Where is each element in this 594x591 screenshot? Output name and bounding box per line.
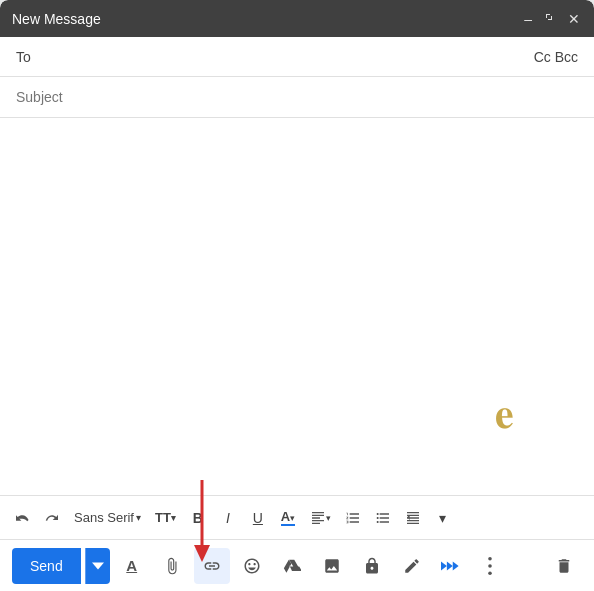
attach-button[interactable] [154,548,190,584]
window-title: New Message [12,11,101,27]
signature-icon [403,557,421,575]
lock-button[interactable] [354,548,390,584]
bold-button[interactable]: B [184,502,212,534]
send-button[interactable]: Send [12,548,81,584]
send-dropdown-chevron [92,560,104,572]
redo-button[interactable] [38,502,66,534]
subject-input[interactable] [16,89,578,105]
more-formatting-button[interactable]: ▾ [429,502,457,534]
svg-marker-2 [92,562,104,569]
indent-button[interactable] [399,502,427,534]
link-icon [203,557,221,575]
numbered-list-button[interactable] [339,502,367,534]
body-input[interactable] [16,130,578,483]
svg-marker-4 [447,561,453,570]
undo-button[interactable] [8,502,36,534]
delete-button[interactable] [546,548,582,584]
bullet-list-button[interactable] [369,502,397,534]
send-toolbar: Send A [0,539,594,591]
send-dropdown-button[interactable] [85,548,110,584]
compose-window: New Message – ✕ To Cc Bcc 𝐞 [0,0,594,591]
photo-icon [323,557,341,575]
align-button[interactable]: ▾ [304,502,337,534]
title-bar: New Message – ✕ [0,0,594,37]
lock-icon [363,557,381,575]
svg-point-6 [488,557,492,561]
drive-button[interactable] [274,548,310,584]
close-icon[interactable]: ✕ [566,9,582,29]
delete-icon [555,557,573,575]
svg-marker-5 [452,561,458,570]
templates-button[interactable] [434,548,470,584]
signature-button[interactable] [394,548,430,584]
drive-icon [283,557,301,575]
cc-bcc-label[interactable]: Cc Bcc [534,49,578,65]
font-color-button[interactable]: A▾ [274,502,302,534]
photo-button[interactable] [314,548,350,584]
title-actions: – ✕ [522,9,582,29]
formatting-toggle-button[interactable]: A [114,548,150,584]
subject-row [0,77,594,117]
fields-area: To Cc Bcc [0,37,594,118]
more-options-button[interactable] [474,550,506,582]
emoji-button[interactable] [234,548,270,584]
minimize-icon[interactable]: – [522,9,534,29]
svg-marker-3 [441,561,447,570]
emoji-icon [243,557,261,575]
attach-icon [163,557,181,575]
underline-button[interactable]: U [244,502,272,534]
more-options-icon [488,557,492,575]
expand-icon[interactable] [542,9,558,29]
to-row: To Cc Bcc [0,37,594,77]
to-label: To [16,49,46,65]
font-family-selector[interactable]: Sans Serif ▾ [68,502,147,534]
to-input[interactable] [46,49,534,65]
italic-button[interactable]: I [214,502,242,534]
templates-icon [441,557,463,575]
svg-point-7 [488,564,492,568]
font-family-label: Sans Serif [74,510,134,525]
font-size-button[interactable]: TT▾ [149,502,182,534]
svg-point-8 [488,571,492,575]
font-family-chevron: ▾ [136,512,141,523]
body-area: 𝐞 [0,118,594,495]
formatting-toolbar: Sans Serif ▾ TT▾ B I U A▾ ▾ ▾ [0,495,594,539]
link-button[interactable] [194,548,230,584]
